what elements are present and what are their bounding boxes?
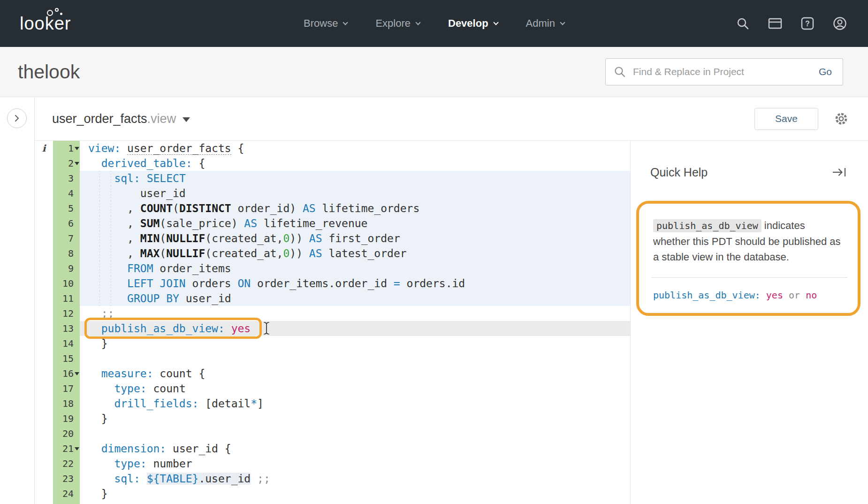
code-line[interactable]: sql: SELECT bbox=[80, 171, 630, 186]
code-term-chip: publish_as_db_view bbox=[653, 219, 761, 232]
nav-item-label: Develop bbox=[448, 17, 488, 30]
code-line[interactable]: , MAX(NULLIF(created_at,0)) AS latest_or… bbox=[80, 246, 630, 261]
signature-or: or bbox=[789, 290, 800, 301]
nav-item-browse[interactable]: Browse bbox=[304, 17, 347, 30]
quick-help-panel: Quick Help publish_as_db_view indicates … bbox=[630, 141, 868, 504]
gutter-line[interactable]: 6 bbox=[53, 216, 80, 231]
fold-caret-icon[interactable] bbox=[75, 162, 79, 165]
gutter-line[interactable]: 24 bbox=[53, 486, 80, 501]
quick-help-header: Quick Help bbox=[631, 165, 868, 179]
gutter-line[interactable]: 21 bbox=[53, 441, 80, 456]
file-header: user_order_facts.view Save bbox=[35, 97, 868, 140]
file-title-dropdown[interactable]: user_order_facts.view bbox=[52, 112, 190, 126]
nav-item-label: Browse bbox=[304, 17, 338, 30]
gear-icon[interactable] bbox=[833, 111, 849, 127]
code-line[interactable]: , COUNT(DISTINCT order_id) AS lifetime_o… bbox=[80, 201, 630, 216]
code-line[interactable]: } bbox=[80, 336, 630, 351]
help-icon[interactable]: ? bbox=[800, 16, 815, 31]
find-replace-input[interactable] bbox=[633, 66, 808, 77]
file-name: user_order_facts bbox=[52, 112, 147, 126]
expand-sidebar-button[interactable] bbox=[7, 108, 27, 128]
nav-item-develop[interactable]: Develop bbox=[448, 17, 498, 30]
code-line[interactable]: , MIN(NULLIF(created_at,0)) AS first_ord… bbox=[80, 231, 630, 246]
code-line[interactable]: } bbox=[80, 486, 630, 501]
signature-key: publish_as_db_view: bbox=[653, 290, 761, 301]
code-line[interactable]: dimension: user_id { bbox=[80, 441, 630, 456]
code-line[interactable]: type: number bbox=[80, 456, 630, 471]
gutter-line[interactable]: 5 bbox=[53, 201, 80, 216]
fold-caret-icon[interactable] bbox=[75, 372, 79, 375]
gutter-line[interactable]: 9 bbox=[53, 261, 80, 276]
gutter-line[interactable]: 15 bbox=[53, 351, 80, 366]
account-icon[interactable] bbox=[832, 16, 847, 31]
top-nav: looker BrowseExploreDevelopAdmin ? bbox=[0, 0, 868, 47]
quick-help-signature: publish_as_db_view: yes or no bbox=[653, 290, 844, 301]
window-icon[interactable] bbox=[768, 17, 783, 30]
gutter-line[interactable]: 10 bbox=[53, 276, 80, 291]
chevron-down-icon bbox=[560, 20, 565, 25]
gutter-line[interactable]: 4 bbox=[53, 186, 80, 201]
nav-item-label: Explore bbox=[375, 17, 411, 30]
find-search-icon bbox=[613, 65, 626, 78]
looker-logo-dots-icon bbox=[47, 8, 70, 18]
quick-help-description: publish_as_db_view indicates whether thi… bbox=[653, 218, 842, 265]
nav-item-label: Admin bbox=[526, 17, 555, 30]
svg-text:?: ? bbox=[805, 20, 810, 28]
chevron-down-icon bbox=[493, 20, 498, 25]
code-line[interactable]: sql: ${TABLE}.user_id ;; bbox=[80, 471, 630, 486]
chevron-down-icon bbox=[415, 20, 420, 25]
code-line[interactable]: FROM order_items bbox=[80, 261, 630, 276]
gutter-line[interactable]: 22 bbox=[53, 456, 80, 471]
search-icon[interactable] bbox=[736, 16, 750, 31]
gutter-line[interactable]: 14 bbox=[53, 336, 80, 351]
gutter-line[interactable]: 16 bbox=[53, 366, 80, 381]
code-line[interactable]: type: count bbox=[80, 381, 630, 396]
gutter-line[interactable]: 20 bbox=[53, 426, 80, 441]
gutter-line[interactable]: 19 bbox=[53, 411, 80, 426]
file-extension: .view bbox=[147, 112, 176, 126]
gutter-line[interactable]: 1 bbox=[53, 141, 80, 156]
find-replace-box: Go bbox=[605, 58, 843, 85]
gutter-line[interactable]: 7 bbox=[53, 231, 80, 246]
looker-logo[interactable]: looker bbox=[20, 14, 71, 34]
gutter-line[interactable]: 3 bbox=[53, 171, 80, 186]
gutter-lines: 123456789101112131415161718192021222324 bbox=[53, 141, 80, 504]
nav-item-admin[interactable]: Admin bbox=[526, 17, 564, 30]
fold-caret-icon[interactable] bbox=[75, 447, 79, 451]
code-line[interactable]: publish_as_db_view: yes bbox=[80, 321, 630, 336]
gutter-line[interactable]: 13 bbox=[53, 321, 80, 336]
gutter-line[interactable]: 17 bbox=[53, 381, 80, 396]
project-title: thelook bbox=[18, 61, 80, 83]
code-line[interactable]: view: user_order_facts { bbox=[80, 141, 630, 156]
code-lines[interactable]: view: user_order_facts { derived_table: … bbox=[80, 141, 630, 504]
save-button[interactable]: Save bbox=[754, 108, 818, 130]
collapse-panel-icon[interactable] bbox=[831, 166, 847, 178]
gutter-line[interactable]: 2 bbox=[53, 156, 80, 171]
code-line[interactable] bbox=[80, 426, 630, 441]
code-editor: i 12345678910111213141516171819202122232… bbox=[35, 140, 868, 504]
project-bar: thelook Go bbox=[0, 47, 868, 97]
gutter-line[interactable]: 18 bbox=[53, 396, 80, 411]
code-line[interactable]: } bbox=[80, 411, 630, 426]
gutter-line[interactable]: 12 bbox=[53, 306, 80, 321]
left-rail bbox=[0, 97, 34, 504]
fold-caret-icon[interactable] bbox=[75, 147, 79, 150]
divider bbox=[651, 277, 847, 278]
code-line[interactable] bbox=[80, 351, 630, 366]
code-line[interactable]: derived_table: { bbox=[80, 156, 630, 171]
code-line[interactable]: measure: count { bbox=[80, 366, 630, 381]
gutter-line[interactable]: 11 bbox=[53, 291, 80, 306]
code-line[interactable]: LEFT JOIN orders ON order_items.order_id… bbox=[80, 276, 630, 291]
info-icon[interactable]: i bbox=[35, 141, 53, 156]
nav-menu: BrowseExploreDevelopAdmin bbox=[304, 17, 564, 30]
gutter-line[interactable]: 8 bbox=[53, 246, 80, 261]
code-line[interactable]: drill_fields: [detail*] bbox=[80, 396, 630, 411]
code-line[interactable]: ;; bbox=[80, 306, 630, 321]
go-button[interactable]: Go bbox=[808, 59, 843, 85]
code-line[interactable]: user_id bbox=[80, 186, 630, 201]
nav-item-explore[interactable]: Explore bbox=[375, 17, 420, 30]
gutter-line[interactable]: 23 bbox=[53, 471, 80, 486]
info-column: i bbox=[35, 141, 53, 504]
code-line[interactable]: , SUM(sale_price) AS lifetime_revenue bbox=[80, 216, 630, 231]
code-line[interactable]: GROUP BY user_id bbox=[80, 291, 630, 306]
